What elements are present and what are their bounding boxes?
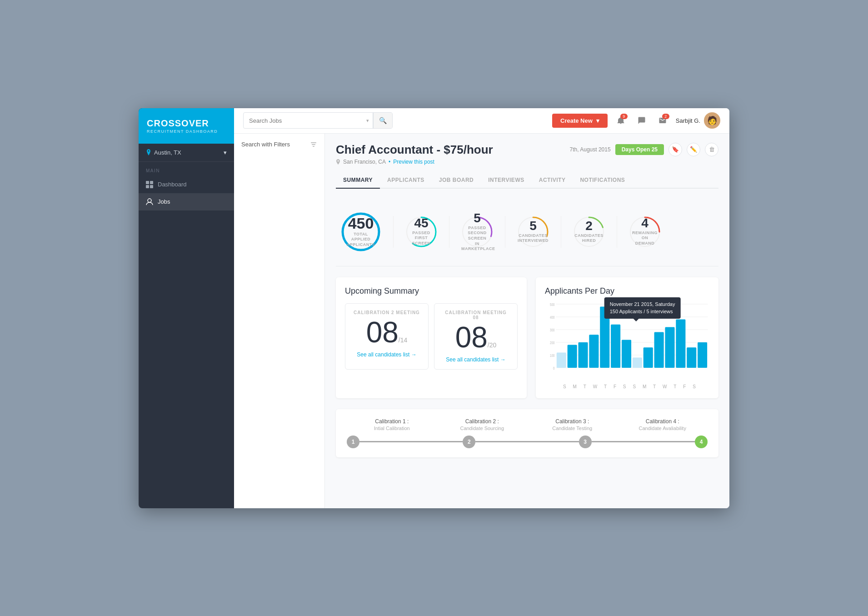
stat-label-candidates_hired: CANDIDATESHIRED <box>574 233 603 244</box>
notifications-button[interactable]: 9 <box>613 115 629 126</box>
location-text: Austin, TX <box>154 149 181 156</box>
cal-step-sub: Candidate Sourcing <box>437 426 528 431</box>
tab-notifications[interactable]: NOTIFICATIONS <box>573 172 632 189</box>
sidebar-location[interactable]: Austin, TX ▾ <box>139 144 234 162</box>
cal-step-2: Calibration 2 : Candidate Sourcing <box>437 418 528 431</box>
search-button[interactable]: 🔍 <box>373 113 392 128</box>
email-button[interactable]: 2 <box>655 115 670 126</box>
main-area: ▾ 🔍 Create New ▾ 9 <box>234 108 729 508</box>
delete-button[interactable]: 🗑 <box>705 143 718 156</box>
upcoming-panel: Upcoming Summary CALIBRATION 2 MEETING 0… <box>336 277 527 398</box>
filter-label: Search with Filters <box>241 141 290 148</box>
progress-track: 1234 <box>347 436 708 448</box>
tab-summary[interactable]: SUMMARY <box>336 172 380 189</box>
stat-divider <box>617 216 617 248</box>
cal-step-sub: Candidate Testing <box>527 426 618 431</box>
sidebar-section-main: MAIN <box>139 162 234 176</box>
cal-step-sub: Candidate Avaliability <box>618 426 708 431</box>
tab-job-board[interactable]: JOB BOARD <box>432 172 481 189</box>
tab-applicants[interactable]: APPLICANTS <box>380 172 432 189</box>
stat-total_applied: 450 TOTAL APPLIEDAPPLICANTS <box>336 207 386 257</box>
chart-x-label: T <box>673 384 676 389</box>
search-caret[interactable]: ▾ <box>363 113 373 128</box>
job-info: Chief Accountant - $75/hour San Franciso… <box>336 143 493 165</box>
chart-x-label: F <box>683 384 686 389</box>
progress-dot-2: 2 <box>463 436 475 448</box>
svg-rect-37 <box>644 347 653 368</box>
chart-x-label: T <box>653 384 656 389</box>
cal-step-title: Calibration 4 : <box>618 418 708 425</box>
cal-see-all-link[interactable]: See all candidates list → <box>353 351 421 358</box>
filter-sidebar: Search with Filters <box>234 134 325 508</box>
create-new-caret: ▾ <box>596 117 599 124</box>
stat-divider <box>561 216 561 248</box>
stat-number-candidates_interviewed: 5 <box>518 220 549 232</box>
cal-big-num: 08/14 <box>353 318 421 347</box>
search-box[interactable]: ▾ 🔍 <box>243 112 393 129</box>
sidebar-item-dashboard[interactable]: Dashboard <box>139 176 234 193</box>
sidebar-item-jobs[interactable]: Jobs <box>139 193 234 210</box>
tabs: SUMMARY APPLICANTS JOB BOARD INTERVIEWS … <box>336 172 718 189</box>
user-name: Sarbjit G. <box>676 117 700 124</box>
stat-number-remaining_demand: 4 <box>632 217 658 230</box>
user-info[interactable]: Sarbjit G. 🧑 <box>676 112 720 129</box>
cal-see-all-link[interactable]: See all candidates list → <box>442 356 510 363</box>
location-caret: ▾ <box>224 149 227 156</box>
chart-x-label: M <box>573 384 577 389</box>
location-icon <box>146 149 151 155</box>
chart-panel: Applicants Per Day November 21 2015, Sat… <box>536 277 718 398</box>
cal-big-num: 08/20 <box>442 323 510 352</box>
stat-label-passed_first: PASSED FIRSTSCREEN <box>411 230 432 246</box>
job-header: Chief Accountant - $75/hour San Franciso… <box>336 143 718 165</box>
job-header-right: 7th, August 2015 Days Open 25 🔖 ✏️ 🗑 <box>570 143 718 156</box>
svg-rect-41 <box>687 347 696 368</box>
svg-rect-32 <box>589 335 599 368</box>
svg-text:100: 100 <box>550 353 554 357</box>
create-new-button[interactable]: Create New ▾ <box>552 114 608 128</box>
progress-line <box>359 441 463 442</box>
job-meta-dot: • <box>389 159 390 165</box>
chart-x-label: S <box>693 384 696 389</box>
svg-rect-39 <box>665 327 674 368</box>
cal-card-cal2: CALIBRATION 2 MEETING 08/14 See all cand… <box>345 303 429 370</box>
stat-divider <box>505 216 505 248</box>
cal-step-sub: Intial Calibration <box>347 426 437 431</box>
progress-line <box>475 441 579 442</box>
svg-text:500: 500 <box>550 302 554 306</box>
chat-button[interactable] <box>634 115 649 126</box>
bookmark-button[interactable]: 🔖 <box>668 143 682 156</box>
search-input[interactable] <box>244 117 363 124</box>
stat-divider <box>449 216 449 248</box>
svg-rect-0 <box>146 181 149 184</box>
tab-activity[interactable]: ACTIVITY <box>532 172 573 189</box>
svg-rect-40 <box>676 319 685 367</box>
svg-text:400: 400 <box>550 315 554 319</box>
preview-link[interactable]: Preview this post <box>393 159 434 165</box>
svg-rect-30 <box>568 345 577 367</box>
stat-number-total_applied: 450 <box>347 215 375 231</box>
svg-rect-1 <box>150 181 153 184</box>
main-content: Chief Accountant - $75/hour San Franciso… <box>325 134 729 508</box>
lower-section: Upcoming Summary CALIBRATION 2 MEETING 0… <box>336 277 718 398</box>
cal-step-title: Calibration 1 : <box>347 418 437 425</box>
tooltip-line1: November 21 2015, Saturday <box>610 300 675 308</box>
cal-step-4: Calibration 4 : Candidate Avaliability <box>618 418 708 431</box>
stat-number-candidates_hired: 2 <box>574 220 603 232</box>
progress-dot-3: 3 <box>579 436 592 448</box>
edit-button[interactable]: ✏️ <box>687 143 700 156</box>
svg-rect-3 <box>150 185 153 188</box>
tooltip-line2: 150 Applicants / 5 interviews <box>610 308 675 316</box>
chart-x-label: S <box>623 384 626 389</box>
stat-passed_first: 45 PASSED FIRSTSCREEN <box>401 211 442 252</box>
calibration-progress: Calibration 1 : Intial Calibration Calib… <box>336 409 718 457</box>
calibration-progress-labels: Calibration 1 : Intial Calibration Calib… <box>347 418 708 431</box>
sidebar-logo: CROSSOVER RECRUITMENT DASHBOARD <box>139 108 234 144</box>
location-pin-icon <box>336 159 340 165</box>
tab-interviews[interactable]: INTERVIEWS <box>481 172 531 189</box>
svg-rect-42 <box>698 342 707 368</box>
chart-title: Applicants Per Day <box>545 286 709 296</box>
filter-icon[interactable] <box>310 141 317 148</box>
svg-rect-29 <box>557 352 566 368</box>
svg-point-4 <box>148 199 151 202</box>
stat-remaining_demand: 4 REMAININGON DEMAND <box>624 211 665 252</box>
